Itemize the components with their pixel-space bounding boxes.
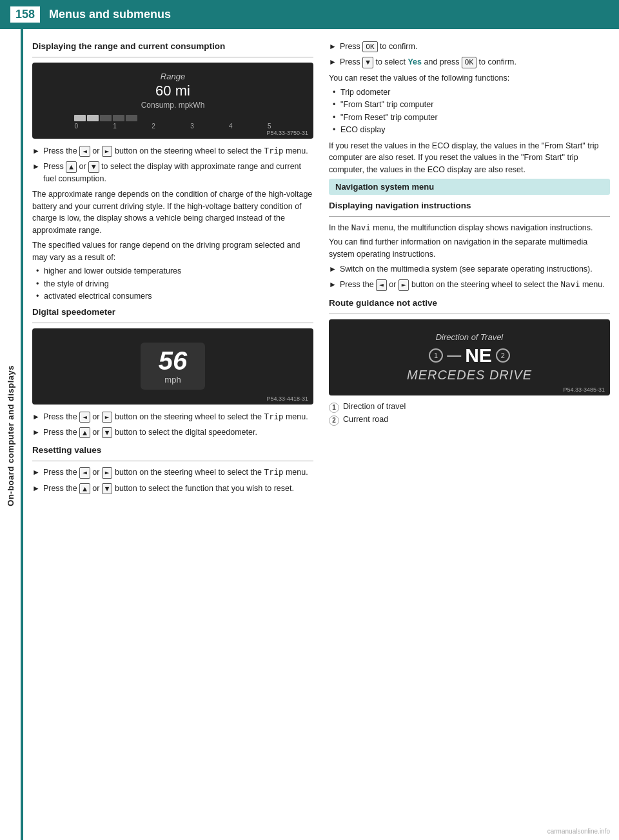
arrow-icon-3: ►	[32, 412, 40, 423]
left-arrow-btn-2[interactable]: ◄	[79, 412, 90, 423]
down-btn-1[interactable]: ▼	[88, 161, 99, 172]
range-body2: The specified values for range depend on…	[32, 239, 313, 264]
nav-system-menu-box: Navigation system menu	[329, 179, 610, 195]
left-arrow-btn-4[interactable]: ◄	[376, 279, 387, 290]
right-column: ► Press OK to confirm. ► Press ▼ to sele…	[329, 41, 610, 835]
up-btn-2[interactable]: ▲	[79, 427, 90, 438]
trip-mono-2: Trip	[264, 412, 283, 421]
speedo-bullet-2: ► Press the ▲ or ▼ button to select the …	[32, 426, 313, 438]
range-result-list: higher and lower outside temperatures th…	[35, 266, 313, 303]
reset-note-list: Trip odometer "From Start" trip computer…	[331, 87, 610, 136]
bar-label-1: 1	[113, 123, 117, 130]
nav-panel-code: P54.33-3485-31	[563, 386, 605, 393]
nav-bullet-2: ► Press the ◄ or ► button on the steerin…	[329, 279, 610, 290]
down-btn-2[interactable]: ▼	[102, 427, 113, 438]
footnote-text-1: Direction of travel	[343, 402, 406, 411]
panel-range-value: 60 mi	[155, 83, 190, 99]
range-bullet-1: ► Press the ◄ or ► button on the steerin…	[32, 145, 313, 157]
reset-right-bullet-1: ► Press OK to confirm.	[329, 41, 610, 52]
arrow-icon-6: ►	[32, 483, 40, 494]
nav-display-panel: Direction of Travel 1 — NE 2 MERCEDES DR…	[329, 319, 610, 395]
header-title: Menus and submenus	[49, 8, 171, 21]
up-btn-3[interactable]: ▲	[79, 483, 90, 494]
speedo-bullet-2-text: Press the ▲ or ▼ button to select the di…	[43, 426, 313, 438]
speedo-bullet-1-text: Press the ◄ or ► button on the steering …	[43, 411, 313, 423]
circle-2: 2	[329, 415, 339, 426]
main-layout: On-board computer and displays Displayin…	[0, 29, 619, 840]
right-arrow-btn-3[interactable]: ►	[102, 467, 113, 478]
panel-range-label: Range	[161, 72, 185, 81]
sidebar-label: On-board computer and displays	[6, 365, 15, 506]
range-bullet-2-text: Press ▲ or ▼ to select the display with …	[43, 161, 313, 185]
reset-bullet-2-text: Press the ▲ or ▼ button to select the fu…	[43, 483, 313, 494]
bar-track	[74, 115, 271, 121]
speedo-value: 56	[159, 348, 188, 374]
route-guidance-divider	[329, 314, 610, 314]
section2-divider	[32, 323, 313, 323]
left-arrow-btn-1[interactable]: ◄	[79, 146, 90, 157]
bar-seg-4	[113, 115, 124, 121]
arrow-icon-8: ►	[329, 57, 337, 68]
nav-bullet-1-text: Switch on the multimedia system (see sep…	[340, 263, 610, 275]
circle-1: 1	[329, 403, 339, 413]
watermark: carmanualsonline.info	[547, 828, 610, 835]
down-btn-4[interactable]: ▼	[362, 57, 373, 68]
right-arrow-btn-1[interactable]: ►	[102, 146, 113, 157]
section1-divider	[32, 57, 313, 57]
nav-section-title: Displaying navigation instructions	[329, 200, 610, 212]
reset-section: Resetting values ► Press the ◄ or ► butt…	[32, 445, 313, 494]
panel-code-range: P54.33-3750-31	[266, 130, 308, 136]
header-bar: 158 Menus and submenus	[0, 0, 619, 29]
nav-bullet-1: ► Switch on the multimedia system (see s…	[329, 263, 610, 275]
footnote-1: 1 Direction of travel	[329, 402, 610, 413]
panel-consump-label: Consump. mpkWh	[141, 101, 205, 110]
result-item-1: higher and lower outside temperatures	[35, 266, 313, 277]
bar-seg-3	[100, 115, 112, 121]
bar-label-3: 3	[190, 123, 194, 130]
arrow-icon-1: ►	[32, 146, 40, 157]
bar-labels: 0 1 2 3 4 5	[74, 123, 271, 130]
navi-mono-2: Navi	[560, 279, 580, 289]
ok-btn-1[interactable]: OK	[362, 41, 377, 52]
page-number: 158	[10, 6, 40, 23]
arrow-icon-5: ►	[32, 467, 40, 478]
section2-title: Digital speedometer	[32, 306, 313, 319]
left-arrow-btn-3[interactable]: ◄	[79, 467, 90, 478]
nav-dash: —	[447, 347, 461, 364]
left-column: Displaying the range and current consump…	[32, 41, 313, 835]
footnote-text-2: Current road	[343, 415, 388, 424]
right-arrow-btn-2[interactable]: ►	[102, 412, 113, 423]
up-btn-1[interactable]: ▲	[66, 161, 77, 172]
result-item-2: the style of driving	[35, 279, 313, 290]
section1-title: Displaying the range and current consump…	[32, 41, 313, 53]
speedo-bullet-1: ► Press the ◄ or ► button on the steerin…	[32, 411, 313, 423]
yes-text: Yes	[408, 57, 422, 66]
content-area: Displaying the range and current consump…	[23, 29, 619, 840]
trip-mono-1: Trip	[264, 146, 283, 155]
right-arrow-btn-4[interactable]: ►	[398, 279, 409, 290]
nav-road-text: MERCEDES DRIVE	[407, 368, 532, 383]
nav-direction-text: NE	[465, 346, 492, 365]
section3-divider	[32, 461, 313, 461]
direction-label: Direction of Travel	[436, 332, 504, 342]
reset-body1: If you reset the values in the ECO displ…	[329, 140, 610, 176]
nav-body1: In the Navi menu, the multifunction disp…	[329, 222, 610, 234]
ok-btn-2[interactable]: OK	[462, 57, 477, 68]
bar-label-2: 2	[152, 123, 155, 130]
bar-seg-1	[74, 115, 86, 121]
result-item-3: activated electrical consumers	[35, 291, 313, 303]
nav-circle-2: 2	[496, 348, 510, 363]
footnote-2: 2 Current road	[329, 415, 610, 426]
arrow-icon-9: ►	[329, 264, 337, 275]
nav-circle-1: 1	[429, 348, 443, 363]
section3-title: Resetting values	[32, 445, 313, 457]
reset-bullet-1: ► Press the ◄ or ► button on the steerin…	[32, 466, 313, 478]
reset-note-item-1: Trip odometer	[331, 87, 610, 99]
speedo-code: P54.33-4418-31	[266, 395, 308, 402]
down-btn-3[interactable]: ▼	[102, 483, 113, 494]
arrow-icon-4: ►	[32, 427, 40, 438]
sidebar: On-board computer and displays	[0, 29, 23, 840]
range-body1: The approximate range depends on the con…	[32, 188, 313, 237]
reset-note-item-4: ECO display	[331, 125, 610, 136]
bar-seg-2	[87, 115, 99, 121]
